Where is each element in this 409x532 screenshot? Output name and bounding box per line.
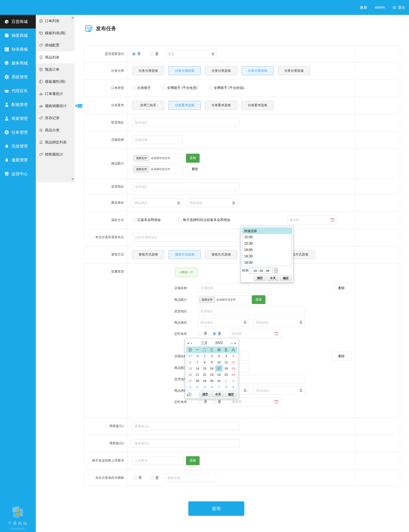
delete-image-button[interactable]: 删除 (186, 165, 204, 174)
choose-file-button[interactable]: 选择文件 (199, 297, 215, 303)
category-option-5[interactable]: 任务分类选项 (278, 66, 310, 75)
calendar-day[interactable]: 2 (208, 353, 215, 359)
calendar-day[interactable]: 7 (194, 359, 201, 365)
calendar-day[interactable]: 1 (201, 353, 208, 359)
calendar-year[interactable]: 2022 (215, 341, 223, 345)
file-input[interactable]: 选择文件 未选择任何文件 (132, 154, 183, 163)
requirement-option-1[interactable]: 自带三轮车 (132, 101, 165, 110)
time-confirm-button[interactable]: 确定 (280, 275, 292, 281)
photo-requirement-input[interactable] (132, 456, 184, 465)
batch-add-image-button[interactable]: 添加 (252, 295, 265, 304)
add-image-button[interactable]: 添加 (186, 154, 200, 163)
next-year-icon[interactable]: » (233, 341, 237, 345)
calendar-day[interactable]: 20 (186, 371, 194, 378)
sidebar-item-4[interactable]: 服务商城 (0, 56, 36, 70)
calendar-day[interactable]: 2 (230, 378, 237, 384)
calendar-day[interactable]: 8 (201, 359, 208, 365)
submenu-item-8[interactable]: 规格销量统计 (36, 100, 74, 112)
pickup-address-input[interactable] (132, 118, 240, 127)
remark1-input[interactable] (132, 422, 240, 431)
sidebar-item-5[interactable]: 系统管理 (0, 70, 36, 84)
calendar-day[interactable]: 8 (223, 384, 230, 390)
template-yes-radio[interactable]: 是 (150, 476, 159, 480)
sidebar-item-1[interactable]: 百货商城 (0, 15, 36, 28)
calendar-month[interactable]: 三月 (201, 341, 207, 345)
batch-commission-input[interactable] (253, 386, 305, 395)
category-option-3[interactable]: 任务分类选项 (205, 66, 237, 75)
calendar-day[interactable]: 18 (223, 365, 230, 371)
submenu-item-9[interactable]: 库存记录 (36, 112, 74, 124)
refund-immediate-radio[interactable]: 立返本金和佣金 (132, 218, 161, 222)
calendar-day[interactable]: 5 (230, 353, 237, 359)
file-input[interactable]: 选择文件 未选择任何文件 (198, 295, 249, 304)
clock-icon[interactable] (186, 392, 192, 397)
calendar-day[interactable]: 7 (215, 384, 223, 390)
sidebar-item-7[interactable]: 配镜管理 (0, 98, 36, 112)
order-type-radio-1[interactable]: 自有骑手 (132, 86, 151, 90)
calendar-day[interactable]: 26 (230, 371, 237, 378)
calendar-day[interactable]: 10 (215, 359, 223, 365)
calendar-today-button[interactable]: 今天 (212, 391, 224, 397)
batch-delete-button[interactable]: 删除 (332, 352, 351, 361)
sign-option-3[interactable]: 签收方式选项 (205, 250, 237, 259)
requirement-option-3[interactable]: 任务要求选项 (205, 101, 237, 110)
sidebar-item-9[interactable]: 任务管理 (0, 125, 36, 139)
calendar-day[interactable]: 6 (208, 384, 215, 390)
change-skin-link[interactable]: 换肤 (360, 5, 367, 10)
calendar-day[interactable]: 15 (201, 365, 208, 371)
submenu-item-10[interactable]: 商品分类 (36, 124, 74, 136)
calendar-confirm-button[interactable]: 确定 (225, 391, 237, 397)
commission-input[interactable] (187, 199, 238, 207)
time-option-4[interactable]: 16:30 (242, 253, 292, 260)
unit-price-input[interactable] (132, 199, 183, 207)
batch-timed-yes-radio[interactable]: 是 (213, 400, 221, 404)
sidebar-item-12[interactable]: 营运营中心 (0, 167, 36, 181)
submenu-item-2[interactable]: 模板列表(商) (36, 27, 74, 39)
calendar-day[interactable]: 27 (186, 353, 194, 359)
sidebar-item-2[interactable]: 抽奖商城 (0, 28, 36, 42)
calendar-day[interactable]: 28 (194, 378, 201, 384)
choose-file-button[interactable]: 选择文件 (134, 155, 149, 161)
submenu-item-1[interactable]: 订单列表 (36, 15, 74, 27)
choose-file-button[interactable]: 选择文件 (134, 166, 149, 172)
batch-timed-no-radio[interactable]: 否 (199, 332, 207, 336)
quick-select-header[interactable]: 快速选择 (242, 228, 292, 234)
category-option-2[interactable]: 任务分类选项 (168, 66, 201, 75)
sidebar-item-8[interactable]: 商家管理 (0, 112, 36, 125)
submenu-item-5[interactable]: 预选订单 (36, 63, 74, 76)
time-option-5[interactable]: 16:00 (242, 260, 292, 266)
order-type-radio-2[interactable]: 全网骑手 (平台免责) (162, 86, 197, 90)
batch-date-select[interactable]: 请选择 (229, 329, 281, 338)
submenu-item-7[interactable]: 订单量统计 (36, 88, 74, 100)
advance-yes-radio[interactable]: 是 (150, 52, 158, 56)
sign-option-2[interactable]: 签收方式选项 (168, 250, 201, 259)
username-link[interactable]: admin (375, 5, 385, 9)
publish-button[interactable]: 发布 (188, 501, 244, 516)
requirement-option-2[interactable]: 任务要求选项 (168, 101, 201, 110)
batch-shop-input[interactable] (198, 284, 249, 292)
submenu-item-3[interactable]: 商城配置 (36, 39, 74, 51)
time-today-button[interactable]: 今天 (267, 275, 279, 281)
prev-year-icon[interactable]: « (186, 341, 190, 345)
refund-daily-radio[interactable]: 每天选择时间点前返本金和佣金 (178, 218, 231, 222)
calendar-day[interactable]: 3 (186, 384, 194, 390)
template-name-input[interactable] (165, 473, 216, 482)
submenu-item-6[interactable]: 模板属性(商) (36, 76, 74, 88)
sidebar-item-3[interactable]: 秒杀商城 (0, 42, 36, 56)
calendar-day[interactable]: 30 (208, 378, 215, 384)
time-option-3[interactable]: 16:00 (242, 247, 292, 253)
calendar-clear-button[interactable]: 清空 (199, 391, 211, 397)
calendar-day[interactable]: 29 (201, 378, 208, 384)
time-clear-button[interactable]: 清空 (254, 275, 266, 281)
submenu-item-12[interactable]: 销售额统计 (36, 148, 74, 161)
batch-date-select[interactable]: 请选择 (229, 397, 281, 406)
calendar-day[interactable]: 21 (194, 371, 201, 378)
calendar-day[interactable]: 9 (230, 384, 237, 390)
spinner-down-icon[interactable]: ▼ (274, 271, 278, 274)
submenu-item-4[interactable]: 商品列表 (36, 51, 74, 63)
prev-month-icon[interactable]: ‹ (190, 341, 193, 345)
calendar-day[interactable]: 16 (208, 365, 215, 371)
sidebar-item-11[interactable]: 邀新管理 (0, 153, 36, 167)
calendar-day[interactable]: 3 (215, 353, 223, 359)
scroll-up-icon[interactable] (71, 17, 74, 18)
